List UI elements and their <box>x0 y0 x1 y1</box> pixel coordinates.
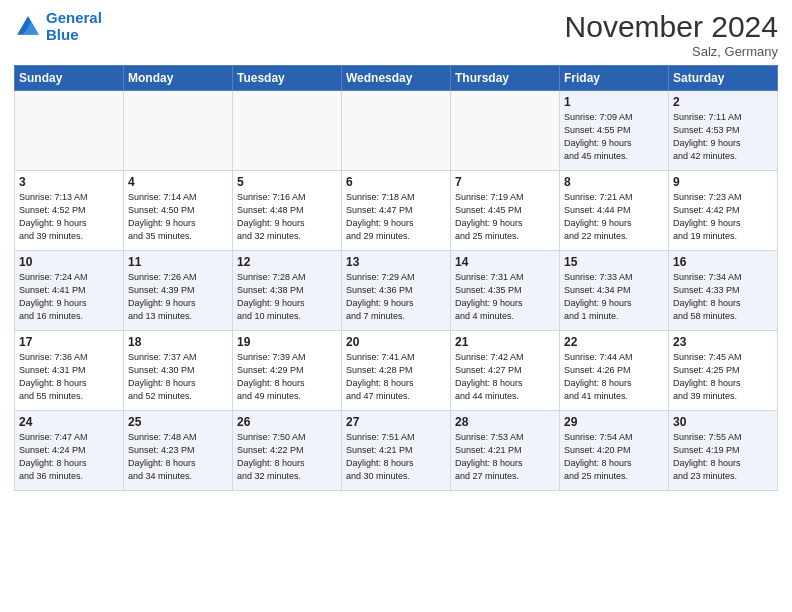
day-number: 27 <box>346 415 446 429</box>
calendar-cell: 2Sunrise: 7:11 AM Sunset: 4:53 PM Daylig… <box>669 91 778 171</box>
day-detail: Sunrise: 7:21 AM Sunset: 4:44 PM Dayligh… <box>564 191 664 243</box>
day-detail: Sunrise: 7:44 AM Sunset: 4:26 PM Dayligh… <box>564 351 664 403</box>
day-number: 18 <box>128 335 228 349</box>
week-row-4: 17Sunrise: 7:36 AM Sunset: 4:31 PM Dayli… <box>15 331 778 411</box>
day-detail: Sunrise: 7:09 AM Sunset: 4:55 PM Dayligh… <box>564 111 664 163</box>
day-number: 7 <box>455 175 555 189</box>
calendar-cell: 24Sunrise: 7:47 AM Sunset: 4:24 PM Dayli… <box>15 411 124 491</box>
calendar-cell: 12Sunrise: 7:28 AM Sunset: 4:38 PM Dayli… <box>233 251 342 331</box>
day-number: 30 <box>673 415 773 429</box>
calendar-cell: 26Sunrise: 7:50 AM Sunset: 4:22 PM Dayli… <box>233 411 342 491</box>
day-detail: Sunrise: 7:11 AM Sunset: 4:53 PM Dayligh… <box>673 111 773 163</box>
calendar-cell: 15Sunrise: 7:33 AM Sunset: 4:34 PM Dayli… <box>560 251 669 331</box>
calendar-cell: 14Sunrise: 7:31 AM Sunset: 4:35 PM Dayli… <box>451 251 560 331</box>
calendar-cell: 9Sunrise: 7:23 AM Sunset: 4:42 PM Daylig… <box>669 171 778 251</box>
calendar-cell: 25Sunrise: 7:48 AM Sunset: 4:23 PM Dayli… <box>124 411 233 491</box>
calendar-cell <box>15 91 124 171</box>
header: General Blue November 2024 Salz, Germany <box>14 10 778 59</box>
day-number: 16 <box>673 255 773 269</box>
day-detail: Sunrise: 7:34 AM Sunset: 4:33 PM Dayligh… <box>673 271 773 323</box>
calendar-table: SundayMondayTuesdayWednesdayThursdayFrid… <box>14 65 778 491</box>
month-title: November 2024 <box>565 10 778 44</box>
calendar-cell <box>342 91 451 171</box>
day-detail: Sunrise: 7:29 AM Sunset: 4:36 PM Dayligh… <box>346 271 446 323</box>
calendar-cell: 29Sunrise: 7:54 AM Sunset: 4:20 PM Dayli… <box>560 411 669 491</box>
day-detail: Sunrise: 7:42 AM Sunset: 4:27 PM Dayligh… <box>455 351 555 403</box>
day-detail: Sunrise: 7:19 AM Sunset: 4:45 PM Dayligh… <box>455 191 555 243</box>
day-detail: Sunrise: 7:41 AM Sunset: 4:28 PM Dayligh… <box>346 351 446 403</box>
calendar-cell <box>233 91 342 171</box>
day-number: 6 <box>346 175 446 189</box>
weekday-header-sunday: Sunday <box>15 66 124 91</box>
day-number: 20 <box>346 335 446 349</box>
title-block: November 2024 Salz, Germany <box>565 10 778 59</box>
weekday-header-wednesday: Wednesday <box>342 66 451 91</box>
week-row-1: 1Sunrise: 7:09 AM Sunset: 4:55 PM Daylig… <box>15 91 778 171</box>
calendar-cell: 18Sunrise: 7:37 AM Sunset: 4:30 PM Dayli… <box>124 331 233 411</box>
calendar-cell: 7Sunrise: 7:19 AM Sunset: 4:45 PM Daylig… <box>451 171 560 251</box>
day-number: 25 <box>128 415 228 429</box>
day-detail: Sunrise: 7:16 AM Sunset: 4:48 PM Dayligh… <box>237 191 337 243</box>
day-number: 22 <box>564 335 664 349</box>
day-detail: Sunrise: 7:28 AM Sunset: 4:38 PM Dayligh… <box>237 271 337 323</box>
weekday-header-tuesday: Tuesday <box>233 66 342 91</box>
calendar-cell: 6Sunrise: 7:18 AM Sunset: 4:47 PM Daylig… <box>342 171 451 251</box>
day-number: 10 <box>19 255 119 269</box>
day-number: 28 <box>455 415 555 429</box>
day-number: 17 <box>19 335 119 349</box>
calendar-cell: 1Sunrise: 7:09 AM Sunset: 4:55 PM Daylig… <box>560 91 669 171</box>
calendar-cell: 3Sunrise: 7:13 AM Sunset: 4:52 PM Daylig… <box>15 171 124 251</box>
weekday-header-saturday: Saturday <box>669 66 778 91</box>
calendar-cell: 5Sunrise: 7:16 AM Sunset: 4:48 PM Daylig… <box>233 171 342 251</box>
day-number: 24 <box>19 415 119 429</box>
day-number: 13 <box>346 255 446 269</box>
day-number: 3 <box>19 175 119 189</box>
calendar-cell: 19Sunrise: 7:39 AM Sunset: 4:29 PM Dayli… <box>233 331 342 411</box>
day-detail: Sunrise: 7:33 AM Sunset: 4:34 PM Dayligh… <box>564 271 664 323</box>
day-number: 21 <box>455 335 555 349</box>
day-number: 4 <box>128 175 228 189</box>
day-number: 12 <box>237 255 337 269</box>
day-detail: Sunrise: 7:55 AM Sunset: 4:19 PM Dayligh… <box>673 431 773 483</box>
day-detail: Sunrise: 7:18 AM Sunset: 4:47 PM Dayligh… <box>346 191 446 243</box>
day-detail: Sunrise: 7:13 AM Sunset: 4:52 PM Dayligh… <box>19 191 119 243</box>
weekday-header-monday: Monday <box>124 66 233 91</box>
calendar-cell: 30Sunrise: 7:55 AM Sunset: 4:19 PM Dayli… <box>669 411 778 491</box>
day-number: 5 <box>237 175 337 189</box>
day-number: 8 <box>564 175 664 189</box>
week-row-2: 3Sunrise: 7:13 AM Sunset: 4:52 PM Daylig… <box>15 171 778 251</box>
logo-text: General Blue <box>46 10 102 43</box>
logo: General Blue <box>14 10 102 43</box>
calendar-cell: 17Sunrise: 7:36 AM Sunset: 4:31 PM Dayli… <box>15 331 124 411</box>
day-number: 11 <box>128 255 228 269</box>
location: Salz, Germany <box>565 44 778 59</box>
weekday-header-row: SundayMondayTuesdayWednesdayThursdayFrid… <box>15 66 778 91</box>
week-row-3: 10Sunrise: 7:24 AM Sunset: 4:41 PM Dayli… <box>15 251 778 331</box>
calendar-cell: 13Sunrise: 7:29 AM Sunset: 4:36 PM Dayli… <box>342 251 451 331</box>
day-number: 29 <box>564 415 664 429</box>
day-detail: Sunrise: 7:48 AM Sunset: 4:23 PM Dayligh… <box>128 431 228 483</box>
day-detail: Sunrise: 7:26 AM Sunset: 4:39 PM Dayligh… <box>128 271 228 323</box>
calendar-cell: 22Sunrise: 7:44 AM Sunset: 4:26 PM Dayli… <box>560 331 669 411</box>
day-detail: Sunrise: 7:54 AM Sunset: 4:20 PM Dayligh… <box>564 431 664 483</box>
day-detail: Sunrise: 7:53 AM Sunset: 4:21 PM Dayligh… <box>455 431 555 483</box>
week-row-5: 24Sunrise: 7:47 AM Sunset: 4:24 PM Dayli… <box>15 411 778 491</box>
day-detail: Sunrise: 7:23 AM Sunset: 4:42 PM Dayligh… <box>673 191 773 243</box>
day-detail: Sunrise: 7:45 AM Sunset: 4:25 PM Dayligh… <box>673 351 773 403</box>
day-detail: Sunrise: 7:47 AM Sunset: 4:24 PM Dayligh… <box>19 431 119 483</box>
calendar-cell: 27Sunrise: 7:51 AM Sunset: 4:21 PM Dayli… <box>342 411 451 491</box>
calendar-cell <box>124 91 233 171</box>
day-detail: Sunrise: 7:14 AM Sunset: 4:50 PM Dayligh… <box>128 191 228 243</box>
day-detail: Sunrise: 7:36 AM Sunset: 4:31 PM Dayligh… <box>19 351 119 403</box>
calendar-cell: 8Sunrise: 7:21 AM Sunset: 4:44 PM Daylig… <box>560 171 669 251</box>
calendar-cell: 23Sunrise: 7:45 AM Sunset: 4:25 PM Dayli… <box>669 331 778 411</box>
day-detail: Sunrise: 7:24 AM Sunset: 4:41 PM Dayligh… <box>19 271 119 323</box>
calendar-cell: 11Sunrise: 7:26 AM Sunset: 4:39 PM Dayli… <box>124 251 233 331</box>
day-detail: Sunrise: 7:37 AM Sunset: 4:30 PM Dayligh… <box>128 351 228 403</box>
day-detail: Sunrise: 7:51 AM Sunset: 4:21 PM Dayligh… <box>346 431 446 483</box>
calendar-cell: 4Sunrise: 7:14 AM Sunset: 4:50 PM Daylig… <box>124 171 233 251</box>
weekday-header-friday: Friday <box>560 66 669 91</box>
day-number: 9 <box>673 175 773 189</box>
calendar-cell: 20Sunrise: 7:41 AM Sunset: 4:28 PM Dayli… <box>342 331 451 411</box>
day-detail: Sunrise: 7:39 AM Sunset: 4:29 PM Dayligh… <box>237 351 337 403</box>
